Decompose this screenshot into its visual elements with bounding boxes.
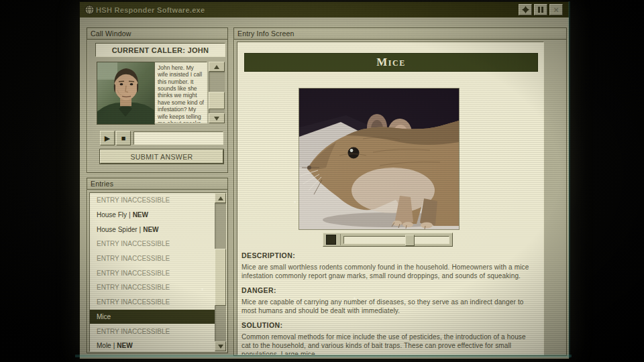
window-title: HSH Responder Software.exe xyxy=(96,6,205,14)
list-item[interactable]: Mice xyxy=(90,310,215,324)
list-item[interactable]: ENTRY INACCESSIBLE xyxy=(90,251,215,266)
entry-audio-controls xyxy=(323,233,453,247)
separator: | xyxy=(140,226,142,233)
entries-list: ENTRY INACCESSIBLEHouse Fly|NEWHouse Spi… xyxy=(90,193,215,351)
scroll-down-button[interactable] xyxy=(209,113,225,123)
list-item[interactable]: ENTRY INACCESSIBLE xyxy=(90,193,215,208)
close-button[interactable]: × xyxy=(549,4,563,15)
entry-label: House Spider xyxy=(97,226,138,233)
caller-portrait xyxy=(97,62,155,125)
section-body: Mice are small worthless rodents commonl… xyxy=(241,263,534,280)
list-item[interactable]: House Spider|NEW xyxy=(90,222,215,237)
entries-header-label: Entries xyxy=(91,180,113,188)
entry-label: ENTRY INACCESSIBLE xyxy=(97,196,170,204)
call-window-header: Call Window xyxy=(87,28,227,40)
entry-label: Mole xyxy=(97,342,111,349)
current-caller-box: CURRENT CALLER: JOHN xyxy=(95,43,225,57)
dialogue-scrollbar[interactable] xyxy=(209,62,225,123)
play-button[interactable]: ▶ xyxy=(100,131,115,145)
entries-scroll-thumb[interactable] xyxy=(215,249,226,306)
entries-panel: Entries ENTRY INACCESSIBLEHouse Fly|NEWH… xyxy=(87,178,228,353)
list-item[interactable]: ENTRY INACCESSIBLE xyxy=(90,324,215,339)
entry-label: ENTRY INACCESSIBLE xyxy=(97,240,170,247)
scroll-down-icon xyxy=(214,117,219,121)
entry-label: ENTRY INACCESSIBLE xyxy=(97,328,170,335)
close-icon: × xyxy=(553,5,559,14)
pause-icon xyxy=(538,7,543,13)
entry-info-sections: DESCRIPTION:Mice are small worthless rod… xyxy=(241,251,534,355)
audio-progress-thumb[interactable] xyxy=(405,235,415,246)
list-item[interactable]: ENTRY INACCESSIBLE xyxy=(90,237,215,251)
call-window-panel: Call Window CURRENT CALLER: JOHN xyxy=(87,27,228,173)
play-icon: ▶ xyxy=(105,134,110,143)
list-item[interactable]: ENTRY INACCESSIBLE xyxy=(90,280,215,295)
title-bar: HSH Responder Software.exe xyxy=(80,2,569,17)
entry-info-header-label: Entry Info Screen xyxy=(237,29,294,38)
section-heading: DESCRIPTION: xyxy=(241,251,534,259)
list-item[interactable]: ENTRY INACCESSIBLE xyxy=(90,265,215,280)
settings-button[interactable] xyxy=(519,4,532,15)
answer-input[interactable] xyxy=(133,131,223,145)
entries-scroll-track[interactable] xyxy=(215,203,226,341)
dialogue-textarea[interactable]: John here. My wife insisted I call this … xyxy=(154,62,207,123)
stop-button[interactable]: ■ xyxy=(116,131,131,145)
scroll-down-icon xyxy=(218,345,223,349)
entry-label: House Fly xyxy=(97,211,127,219)
entries-list-container: ENTRY INACCESSIBLEHouse Fly|NEWHouse Spi… xyxy=(89,192,227,352)
new-badge: NEW xyxy=(133,211,148,219)
section-body: Mice are capable of carrying any number … xyxy=(241,298,534,315)
entry-label: ENTRY INACCESSIBLE xyxy=(97,255,170,262)
entry-title-band: Mice xyxy=(244,53,538,72)
list-item[interactable]: ENTRY INACCESSIBLE xyxy=(90,295,215,310)
list-item[interactable]: House Fly|NEW xyxy=(90,208,215,223)
crt-screen: HSH Responder Software.exe xyxy=(0,0,644,362)
audio-progress-track[interactable] xyxy=(343,236,449,244)
dialogue-scroll-track[interactable] xyxy=(209,72,225,113)
scroll-down-button[interactable] xyxy=(215,341,226,351)
entry-label: Mice xyxy=(97,313,111,320)
entries-header: Entries xyxy=(87,178,227,190)
audio-stop-button[interactable] xyxy=(326,235,336,245)
app-window: HSH Responder Software.exe xyxy=(79,1,570,359)
scroll-up-icon xyxy=(214,65,219,69)
entries-scrollbar[interactable] xyxy=(215,193,226,351)
stop-icon: ■ xyxy=(121,134,126,142)
divider xyxy=(340,234,341,245)
entry-label: ENTRY INACCESSIBLE xyxy=(97,298,170,306)
separator: | xyxy=(113,342,115,349)
current-caller-label: CURRENT CALLER: JOHN xyxy=(112,46,209,54)
entry-info-header: Entry Info Screen xyxy=(234,28,566,40)
section-heading: DANGER: xyxy=(241,286,534,294)
entry-label: ENTRY INACCESSIBLE xyxy=(97,284,170,291)
new-badge: NEW xyxy=(143,226,158,233)
globe-icon xyxy=(85,5,95,15)
section-body: Common removal methods for mice include … xyxy=(241,333,534,355)
entry-label: ENTRY INACCESSIBLE xyxy=(97,269,170,277)
mouse-photo-art xyxy=(299,88,459,229)
separator: | xyxy=(129,211,131,219)
list-item[interactable]: Mole|NEW xyxy=(90,339,215,351)
dialogue-scroll-thumb[interactable] xyxy=(209,92,225,109)
entry-title: Mice xyxy=(376,56,405,69)
section-heading: SOLUTION: xyxy=(241,321,534,329)
entry-info-panel: Entry Info Screen Mice xyxy=(233,27,567,356)
call-window-header-label: Call Window xyxy=(91,29,131,38)
submit-answer-button[interactable]: SUBMIT ANSWER xyxy=(100,149,223,164)
gear-icon xyxy=(522,6,529,13)
caller-photo-art xyxy=(97,62,154,124)
entry-info-content: Mice xyxy=(237,42,544,355)
scroll-up-button[interactable] xyxy=(209,62,225,72)
pause-button[interactable] xyxy=(534,4,547,15)
entry-photo xyxy=(299,88,460,230)
scroll-up-button[interactable] xyxy=(215,193,226,203)
scroll-up-icon xyxy=(218,196,223,200)
new-badge: NEW xyxy=(117,342,132,349)
